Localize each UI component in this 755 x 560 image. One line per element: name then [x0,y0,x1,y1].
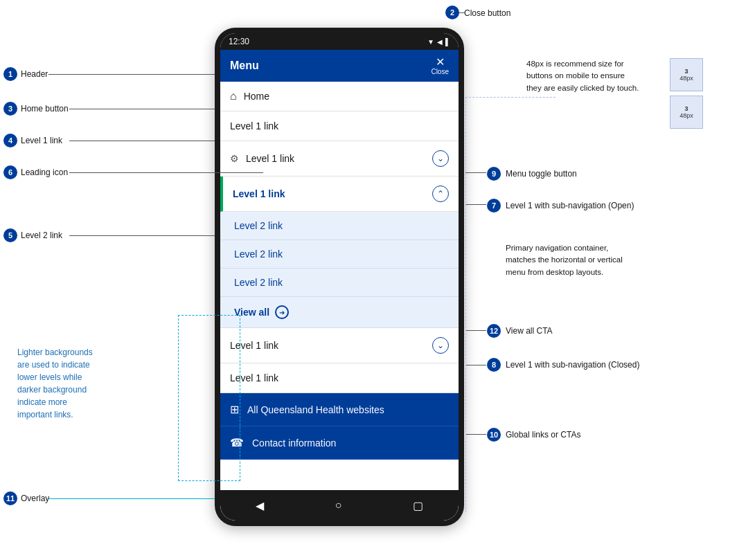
annotation-level1: Level 1 link [21,136,62,145]
menu-title: Menu [230,60,259,72]
signal-icon: ◀ [437,38,443,46]
annotation-number-2: 2 [445,6,459,19]
annotation-close-button: Close button [464,8,510,18]
close-button[interactable]: ✕ Close [431,57,449,75]
ann-line-10 [465,434,486,435]
time-label: 12:30 [229,37,249,46]
level2-link-3[interactable]: Level 2 link [220,269,459,297]
global-item-1[interactable]: ⊞ All Queensland Health websites [220,393,459,426]
level1-link-3-active[interactable]: Level 1 link ⌃ [220,177,459,212]
back-icon[interactable]: ◀ [256,499,264,512]
status-icons: ▼ ◀ ▌ [427,38,450,46]
view-all-label: View all [234,307,269,318]
annotation-48px-note: 48px is recommend size for buttons on mo… [526,58,665,94]
level2-link-2[interactable]: Level 2 link [220,240,459,269]
annotation-header: Header [21,69,48,79]
annotation-number-9: 9 [487,167,501,181]
level2-link-1[interactable]: Level 2 link [220,212,459,240]
annotation-level2: Level 2 link [21,231,62,240]
annotation-number-8: 8 [487,358,501,372]
menu-toggle-button-3[interactable]: ⌃ [432,186,449,202]
ann-line-4 [69,141,215,141]
annotation-level1-closed: Level 1 with sub-navigation (Closed) [506,360,639,370]
ann-line-3 [69,109,215,109]
phone-screen: 12:30 ▼ ◀ ▌ Menu ✕ Close ⌂ Home [220,33,459,521]
annotation-overlay: Overlay [21,494,49,503]
annotation-home: Home button [21,104,69,114]
view-all-circle-icon: ➜ [275,305,289,319]
home-icon: ⌂ [230,90,237,102]
level1-label-2: Level 1 link [246,153,294,164]
annotation-primary-nav: Primary navigation container, matches th… [506,242,672,278]
home-label: Home [244,91,269,102]
annotation-global-links: Global links or CTAs [506,430,580,440]
annotation-number-7: 7 [487,199,501,213]
level1-label-4: Level 1 link [230,340,278,351]
annotation-number-6: 6 [3,165,17,179]
grid-icon: ⊞ [230,403,239,416]
menu-header: Menu ✕ Close [220,50,459,82]
battery-icon: ▌ [445,38,450,46]
annotation-number-10: 10 [487,428,501,442]
view-all-cta[interactable]: View all ➜ [220,297,459,328]
ann-line-9 [465,172,486,173]
menu-content: ⌂ Home Level 1 link ⚙ Level 1 link ⌄ [220,82,459,490]
status-bar: 12:30 ▼ ◀ ▌ [220,33,459,50]
nav-divider-line [465,97,466,512]
annotation-number-11: 11 [3,491,17,505]
level1-link-2[interactable]: ⚙ Level 1 link ⌄ [220,141,459,177]
wifi-icon: ▼ [427,38,434,46]
annotation-toggle: Menu toggle button [506,169,577,179]
level1-link-4[interactable]: Level 1 link ⌄ [220,328,459,363]
sub-navigation: Level 2 link Level 2 link Level 2 link V… [220,212,459,328]
level1-link-5[interactable]: Level 1 link [220,363,459,393]
ann-line-1 [48,74,215,75]
menu-toggle-button-2[interactable]: ⌄ [432,150,449,167]
level1-link-1[interactable]: Level 1 link [220,111,459,141]
global-item-2[interactable]: ☎ Contact information [220,426,459,460]
ann-line-5 [69,235,215,236]
level1-label-3: Level 1 link [233,188,285,199]
annotation-number-5: 5 [3,228,17,242]
annotation-level1-open: Level 1 with sub-navigation (Open) [506,201,634,210]
ann-line-8 [465,365,486,365]
global-label-2: Contact information [252,437,336,449]
menu-toggle-button-4[interactable]: ⌄ [432,337,449,354]
annotation-number-12: 12 [487,324,501,338]
close-label: Close [431,68,449,75]
ann-line-12 [465,330,486,331]
home-nav-item[interactable]: ⌂ Home [220,82,459,111]
top-dashed-line [465,97,556,98]
annotation-number-1: 1 [3,67,17,81]
px-box-2: 3 48px [670,96,703,129]
home-circle-icon[interactable]: ○ [335,499,342,512]
phone-frame: 12:30 ▼ ◀ ▌ Menu ✕ Close ⌂ Home [215,28,464,526]
square-icon[interactable]: ▢ [413,499,423,512]
level1-label-1: Level 1 link [230,120,278,132]
level1-label-5: Level 1 link [230,372,278,383]
global-label-1: All Queensland Health websites [247,404,384,415]
px-box-1: 3 48px [670,58,703,91]
ann-line-7 [465,204,486,205]
close-icon: ✕ [436,57,445,68]
annotation-leading-icon: Leading icon [21,168,68,177]
annotation-number-3: 3 [3,102,17,116]
phone-icon: ☎ [230,436,244,449]
gear-icon: ⚙ [230,153,239,164]
ann-line-6 [69,172,263,173]
overlay-line [48,498,215,499]
ann-line-2 [459,12,465,13]
annotation-lighter-bg: Lighter backgrounds are used to indicate… [17,346,170,421]
global-links-section: ⊞ All Queensland Health websites ☎ Conta… [220,393,459,460]
bottom-nav-bar: ◀ ○ ▢ [220,490,459,521]
annotation-number-4: 4 [3,134,17,147]
annotation-view-all: View all CTA [506,326,553,336]
